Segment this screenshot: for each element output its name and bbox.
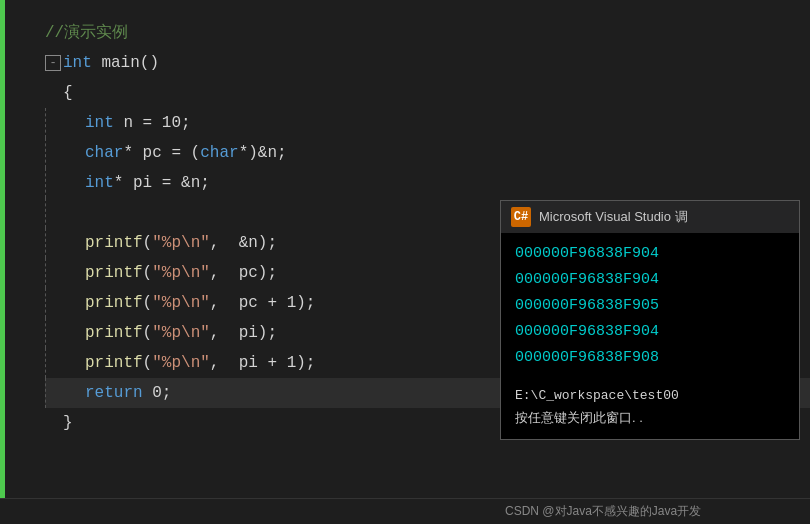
popup-hint: 按任意键关闭此窗口. . [515, 407, 785, 429]
vline [45, 138, 65, 168]
line-comment: //演示实例 [45, 18, 810, 48]
address-2: 000000F96838F904 [515, 267, 785, 293]
popup-title-bar: C# Microsoft Visual Studio 调 [501, 201, 799, 233]
attribution-text: CSDN @对Java不感兴趣的Java开发 [505, 503, 701, 520]
line-int-n: int n = 10; [45, 108, 810, 138]
line-brace-open: { [45, 78, 810, 108]
brace-close: } [63, 408, 73, 438]
comment-text: //演示实例 [45, 18, 128, 48]
vline [45, 318, 65, 348]
address-1: 000000F96838F904 [515, 241, 785, 267]
vline [45, 258, 65, 288]
vline [45, 108, 65, 138]
popup-icon: C# [511, 207, 531, 227]
collapse-icon[interactable]: - [45, 55, 61, 71]
vline [45, 378, 65, 408]
line-char-pc: char * pc = ( char *)&n; [45, 138, 810, 168]
vline [45, 288, 65, 318]
popup-title-text: Microsoft Visual Studio 调 [539, 208, 688, 226]
main-text: main() [92, 48, 159, 78]
editor-area: //演示实例 - int main() { int n = 10; char *… [0, 0, 810, 524]
address-5: 000000F96838F908 [515, 345, 785, 371]
kw-int: int [63, 48, 92, 78]
address-4: 000000F96838F904 [515, 319, 785, 345]
popup-icon-text: C# [514, 210, 528, 224]
green-bar [0, 0, 5, 524]
attribution-bar: CSDN @对Java不感兴趣的Java开发 [0, 498, 810, 524]
brace-open: { [63, 78, 73, 108]
line-int-pi: int * pi = &n; [45, 168, 810, 198]
vline [45, 198, 65, 228]
vline [45, 168, 65, 198]
address-3: 000000F96838F905 [515, 293, 785, 319]
popup-window: C# Microsoft Visual Studio 调 000000F9683… [500, 200, 800, 440]
popup-footer: E:\C_workspace\test00 按任意键关闭此窗口. . [501, 379, 799, 439]
vline [45, 348, 65, 378]
popup-body: 000000F96838F904 000000F96838F904 000000… [501, 233, 799, 379]
vline [45, 228, 65, 258]
line-main: - int main() [45, 48, 810, 78]
popup-path: E:\C_workspace\test00 [515, 385, 785, 407]
